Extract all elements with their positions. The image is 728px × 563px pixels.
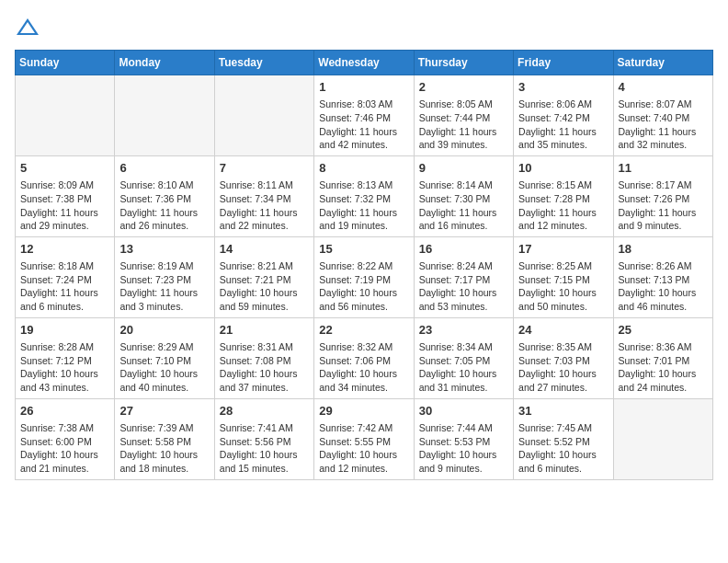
day-info: Sunrise: 8:09 AM Sunset: 7:38 PM Dayligh… bbox=[20, 178, 109, 233]
calendar-cell: 5Sunrise: 8:09 AM Sunset: 7:38 PM Daylig… bbox=[16, 155, 115, 236]
day-number: 13 bbox=[119, 241, 209, 258]
weekday-header-friday: Friday bbox=[514, 51, 613, 75]
calendar-cell: 2Sunrise: 8:05 AM Sunset: 7:44 PM Daylig… bbox=[414, 75, 513, 156]
weekday-header-thursday: Thursday bbox=[414, 51, 513, 75]
day-info: Sunrise: 8:26 AM Sunset: 7:13 PM Dayligh… bbox=[619, 259, 708, 314]
calendar-cell: 26Sunrise: 7:38 AM Sunset: 6:00 PM Dayli… bbox=[16, 398, 115, 479]
weekday-header-monday: Monday bbox=[115, 51, 214, 75]
day-number: 27 bbox=[119, 403, 209, 419]
day-number: 12 bbox=[20, 241, 109, 258]
logo bbox=[15, 15, 42, 40]
calendar-table: SundayMondayTuesdayWednesdayThursdayFrid… bbox=[15, 50, 713, 480]
day-info: Sunrise: 8:03 AM Sunset: 7:46 PM Dayligh… bbox=[319, 98, 408, 152]
day-number: 18 bbox=[619, 241, 708, 258]
day-info: Sunrise: 8:06 AM Sunset: 7:42 PM Dayligh… bbox=[518, 98, 608, 152]
day-info: Sunrise: 8:25 AM Sunset: 7:15 PM Dayligh… bbox=[518, 259, 608, 314]
calendar-cell: 11Sunrise: 8:17 AM Sunset: 7:26 PM Dayli… bbox=[613, 155, 712, 236]
day-info: Sunrise: 8:28 AM Sunset: 7:12 PM Dayligh… bbox=[20, 340, 109, 395]
day-number: 24 bbox=[518, 322, 608, 339]
day-number: 28 bbox=[220, 403, 309, 419]
day-number: 25 bbox=[619, 322, 708, 339]
calendar-cell: 4Sunrise: 8:07 AM Sunset: 7:40 PM Daylig… bbox=[613, 75, 712, 156]
day-info: Sunrise: 8:24 AM Sunset: 7:17 PM Dayligh… bbox=[419, 259, 508, 314]
calendar-cell: 6Sunrise: 8:10 AM Sunset: 7:36 PM Daylig… bbox=[115, 155, 214, 236]
day-number: 30 bbox=[419, 403, 508, 419]
day-number: 14 bbox=[220, 241, 309, 258]
day-info: Sunrise: 8:19 AM Sunset: 7:23 PM Dayligh… bbox=[119, 259, 209, 314]
calendar-cell: 25Sunrise: 8:36 AM Sunset: 7:01 PM Dayli… bbox=[613, 317, 712, 398]
day-number: 7 bbox=[220, 160, 309, 177]
day-info: Sunrise: 7:39 AM Sunset: 5:58 PM Dayligh… bbox=[119, 421, 209, 476]
calendar-cell: 29Sunrise: 7:42 AM Sunset: 5:55 PM Dayli… bbox=[314, 398, 414, 479]
page-header bbox=[15, 15, 713, 40]
calendar-cell: 22Sunrise: 8:32 AM Sunset: 7:06 PM Dayli… bbox=[314, 317, 414, 398]
calendar-cell: 14Sunrise: 8:21 AM Sunset: 7:21 PM Dayli… bbox=[214, 236, 313, 317]
calendar-cell: 16Sunrise: 8:24 AM Sunset: 7:17 PM Dayli… bbox=[414, 236, 513, 317]
calendar-week-row: 1Sunrise: 8:03 AM Sunset: 7:46 PM Daylig… bbox=[16, 75, 713, 156]
day-number: 8 bbox=[319, 160, 408, 177]
calendar-cell bbox=[16, 75, 115, 156]
day-info: Sunrise: 8:10 AM Sunset: 7:36 PM Dayligh… bbox=[119, 178, 209, 233]
day-number: 4 bbox=[619, 79, 708, 96]
calendar-cell: 9Sunrise: 8:14 AM Sunset: 7:30 PM Daylig… bbox=[414, 155, 513, 236]
calendar-cell: 1Sunrise: 8:03 AM Sunset: 7:46 PM Daylig… bbox=[314, 75, 414, 156]
day-number: 16 bbox=[419, 241, 508, 258]
calendar-cell: 15Sunrise: 8:22 AM Sunset: 7:19 PM Dayli… bbox=[314, 236, 414, 317]
day-info: Sunrise: 8:29 AM Sunset: 7:10 PM Dayligh… bbox=[119, 340, 209, 395]
calendar-cell: 7Sunrise: 8:11 AM Sunset: 7:34 PM Daylig… bbox=[214, 155, 313, 236]
day-info: Sunrise: 7:44 AM Sunset: 5:53 PM Dayligh… bbox=[419, 421, 508, 476]
day-info: Sunrise: 8:14 AM Sunset: 7:30 PM Dayligh… bbox=[419, 178, 508, 233]
day-info: Sunrise: 8:13 AM Sunset: 7:32 PM Dayligh… bbox=[319, 178, 408, 233]
day-number: 23 bbox=[419, 322, 508, 339]
calendar-cell bbox=[115, 75, 214, 156]
calendar-cell: 19Sunrise: 8:28 AM Sunset: 7:12 PM Dayli… bbox=[16, 317, 115, 398]
calendar-cell: 13Sunrise: 8:19 AM Sunset: 7:23 PM Dayli… bbox=[115, 236, 214, 317]
day-info: Sunrise: 8:32 AM Sunset: 7:06 PM Dayligh… bbox=[319, 340, 408, 395]
weekday-header-row: SundayMondayTuesdayWednesdayThursdayFrid… bbox=[16, 51, 713, 75]
day-info: Sunrise: 8:07 AM Sunset: 7:40 PM Dayligh… bbox=[619, 98, 708, 152]
calendar-cell: 28Sunrise: 7:41 AM Sunset: 5:56 PM Dayli… bbox=[214, 398, 313, 479]
day-number: 3 bbox=[518, 79, 608, 96]
calendar-cell: 23Sunrise: 8:34 AM Sunset: 7:05 PM Dayli… bbox=[414, 317, 513, 398]
weekday-header-wednesday: Wednesday bbox=[314, 51, 414, 75]
weekday-header-tuesday: Tuesday bbox=[214, 51, 313, 75]
calendar-cell: 17Sunrise: 8:25 AM Sunset: 7:15 PM Dayli… bbox=[514, 236, 613, 317]
day-number: 10 bbox=[518, 160, 608, 177]
calendar-week-row: 26Sunrise: 7:38 AM Sunset: 6:00 PM Dayli… bbox=[16, 398, 713, 479]
calendar-cell: 24Sunrise: 8:35 AM Sunset: 7:03 PM Dayli… bbox=[514, 317, 613, 398]
calendar-cell bbox=[214, 75, 313, 156]
logo-icon bbox=[15, 15, 40, 40]
calendar-cell: 20Sunrise: 8:29 AM Sunset: 7:10 PM Dayli… bbox=[115, 317, 214, 398]
day-info: Sunrise: 7:38 AM Sunset: 6:00 PM Dayligh… bbox=[20, 421, 109, 476]
day-number: 22 bbox=[319, 322, 408, 339]
calendar-cell bbox=[613, 398, 712, 479]
day-number: 11 bbox=[619, 160, 708, 177]
day-number: 17 bbox=[518, 241, 608, 258]
day-info: Sunrise: 8:17 AM Sunset: 7:26 PM Dayligh… bbox=[619, 178, 708, 233]
day-number: 31 bbox=[518, 403, 608, 419]
day-info: Sunrise: 8:34 AM Sunset: 7:05 PM Dayligh… bbox=[419, 340, 508, 395]
calendar-week-row: 19Sunrise: 8:28 AM Sunset: 7:12 PM Dayli… bbox=[16, 317, 713, 398]
day-number: 1 bbox=[319, 79, 408, 96]
calendar-week-row: 5Sunrise: 8:09 AM Sunset: 7:38 PM Daylig… bbox=[16, 155, 713, 236]
day-info: Sunrise: 7:42 AM Sunset: 5:55 PM Dayligh… bbox=[319, 421, 408, 476]
calendar-cell: 3Sunrise: 8:06 AM Sunset: 7:42 PM Daylig… bbox=[514, 75, 613, 156]
day-info: Sunrise: 8:15 AM Sunset: 7:28 PM Dayligh… bbox=[518, 178, 608, 233]
weekday-header-sunday: Sunday bbox=[16, 51, 115, 75]
day-number: 6 bbox=[119, 160, 209, 177]
day-number: 5 bbox=[20, 160, 109, 177]
calendar-week-row: 12Sunrise: 8:18 AM Sunset: 7:24 PM Dayli… bbox=[16, 236, 713, 317]
calendar-cell: 31Sunrise: 7:45 AM Sunset: 5:52 PM Dayli… bbox=[514, 398, 613, 479]
calendar-cell: 18Sunrise: 8:26 AM Sunset: 7:13 PM Dayli… bbox=[613, 236, 712, 317]
calendar-cell: 12Sunrise: 8:18 AM Sunset: 7:24 PM Dayli… bbox=[16, 236, 115, 317]
day-info: Sunrise: 8:21 AM Sunset: 7:21 PM Dayligh… bbox=[220, 259, 309, 314]
calendar-cell: 27Sunrise: 7:39 AM Sunset: 5:58 PM Dayli… bbox=[115, 398, 214, 479]
day-info: Sunrise: 8:05 AM Sunset: 7:44 PM Dayligh… bbox=[419, 98, 508, 152]
calendar-cell: 30Sunrise: 7:44 AM Sunset: 5:53 PM Dayli… bbox=[414, 398, 513, 479]
day-info: Sunrise: 8:22 AM Sunset: 7:19 PM Dayligh… bbox=[319, 259, 408, 314]
day-info: Sunrise: 7:45 AM Sunset: 5:52 PM Dayligh… bbox=[518, 421, 608, 476]
day-number: 20 bbox=[119, 322, 209, 339]
day-number: 29 bbox=[319, 403, 408, 419]
calendar-cell: 10Sunrise: 8:15 AM Sunset: 7:28 PM Dayli… bbox=[514, 155, 613, 236]
day-number: 21 bbox=[220, 322, 309, 339]
